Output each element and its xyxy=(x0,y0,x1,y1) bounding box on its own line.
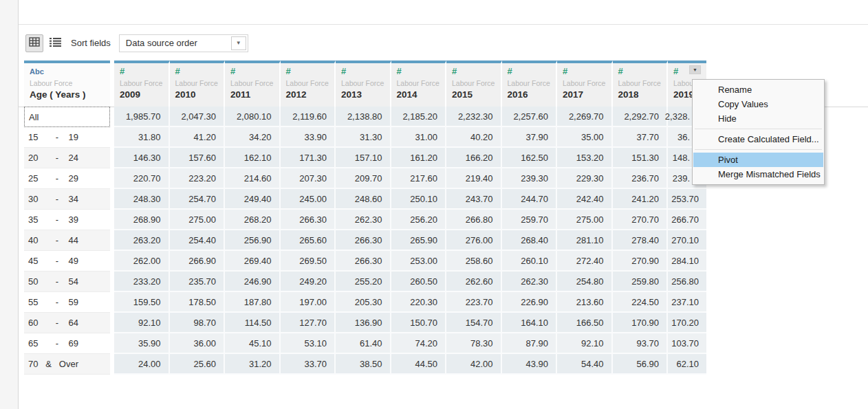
value-cell[interactable]: 154.70 xyxy=(446,313,502,333)
value-cell[interactable]: 166.50 xyxy=(557,313,613,333)
value-cell[interactable]: 162.50 xyxy=(502,148,558,168)
column-header-2018[interactable]: #Labour Force2018 xyxy=(613,60,669,107)
value-cell[interactable]: 162.10 xyxy=(225,148,281,168)
value-cell[interactable]: 33.90 xyxy=(281,127,336,148)
value-cell[interactable]: 33.70 xyxy=(281,354,336,375)
value-cell[interactable]: 268.40 xyxy=(502,230,558,251)
column-header-2016[interactable]: #Labour Force2016 xyxy=(502,60,558,107)
value-cell[interactable]: 250.10 xyxy=(391,189,447,210)
value-cell[interactable]: 266.30 xyxy=(336,230,391,251)
value-cell[interactable]: 266.30 xyxy=(336,251,391,272)
value-cell[interactable]: 276.00 xyxy=(446,230,502,251)
value-cell[interactable]: 235.70 xyxy=(170,272,226,292)
value-cell[interactable]: 281.10 xyxy=(557,230,613,251)
menu-item-merge-mismatched-fields[interactable]: Merge Mismatched Fields xyxy=(693,167,823,181)
value-cell[interactable]: 269.40 xyxy=(225,251,281,272)
sort-order-select[interactable]: Data source order ▼ xyxy=(119,34,248,52)
value-cell[interactable]: 166.20 xyxy=(446,148,502,168)
value-cell[interactable]: 275.00 xyxy=(170,210,226,230)
value-cell[interactable]: 246.90 xyxy=(225,272,281,292)
value-cell[interactable]: 249.40 xyxy=(225,189,281,210)
value-cell[interactable]: 262.00 xyxy=(114,251,170,272)
value-cell[interactable]: 256.80 xyxy=(668,272,706,292)
value-cell[interactable]: 114.50 xyxy=(225,313,281,333)
value-cell[interactable]: 239.30 xyxy=(502,168,558,189)
value-cell[interactable]: 36.00 xyxy=(170,333,226,354)
value-cell[interactable]: 170.20 xyxy=(668,313,706,333)
value-cell[interactable]: 74.20 xyxy=(391,333,447,354)
value-cell[interactable]: 164.10 xyxy=(502,313,558,333)
value-cell[interactable]: 266.70 xyxy=(668,210,706,230)
value-cell[interactable]: 205.30 xyxy=(336,292,391,313)
value-cell[interactable]: 98.70 xyxy=(170,313,226,333)
value-cell[interactable]: 171.30 xyxy=(281,148,336,168)
value-cell[interactable]: 157.10 xyxy=(336,148,391,168)
value-cell[interactable]: 213.60 xyxy=(557,292,613,313)
value-cell[interactable]: 224.50 xyxy=(613,292,669,313)
value-cell[interactable]: 254.80 xyxy=(557,272,613,292)
value-cell[interactable]: 2,080.10 xyxy=(225,107,281,127)
value-cell[interactable]: 243.70 xyxy=(446,189,502,210)
value-cell[interactable]: 41.20 xyxy=(170,127,226,148)
value-cell[interactable]: 275.00 xyxy=(557,210,613,230)
value-cell[interactable]: 2,138.80 xyxy=(336,107,391,127)
value-cell[interactable]: 253.70 xyxy=(668,189,706,210)
value-cell[interactable]: 258.60 xyxy=(446,251,502,272)
value-cell[interactable]: 44.50 xyxy=(391,354,447,375)
grid-view-button[interactable] xyxy=(25,34,43,52)
value-cell[interactable]: 34.20 xyxy=(225,127,281,148)
field-menu-button[interactable]: ▼ xyxy=(689,65,701,74)
value-cell[interactable]: 1,985.70 xyxy=(114,107,170,127)
value-cell[interactable]: 35.00 xyxy=(557,127,613,148)
value-cell[interactable]: 270.70 xyxy=(613,210,669,230)
value-cell[interactable]: 43.90 xyxy=(502,354,558,375)
row-label-cell[interactable]: 70 & Over xyxy=(24,354,110,375)
menu-item-pivot[interactable]: Pivot xyxy=(693,153,823,167)
column-header-2015[interactable]: #Labour Force2015 xyxy=(446,60,502,107)
value-cell[interactable]: 2,119.60 xyxy=(281,107,336,127)
value-cell[interactable]: 92.10 xyxy=(557,333,613,354)
value-cell[interactable]: 37.90 xyxy=(502,127,558,148)
row-label-cell[interactable]: 60 - 64 xyxy=(24,313,110,333)
value-cell[interactable]: 187.80 xyxy=(225,292,281,313)
menu-item-copy-values[interactable]: Copy Values xyxy=(693,97,823,111)
value-cell[interactable]: 78.30 xyxy=(446,333,502,354)
value-cell[interactable]: 270.90 xyxy=(613,251,669,272)
value-cell[interactable]: 38.50 xyxy=(336,354,391,375)
value-cell[interactable]: 87.90 xyxy=(502,333,558,354)
value-cell[interactable]: 260.10 xyxy=(502,251,558,272)
value-cell[interactable]: 31.30 xyxy=(336,127,391,148)
row-label-cell[interactable]: 30 - 34 xyxy=(24,189,110,210)
row-label-cell[interactable]: 25 - 29 xyxy=(24,168,110,189)
value-cell[interactable]: 42.00 xyxy=(446,354,502,375)
chevron-down-icon[interactable]: ▼ xyxy=(231,36,246,50)
value-cell[interactable]: 150.70 xyxy=(391,313,447,333)
value-cell[interactable]: 268.90 xyxy=(114,210,170,230)
value-cell[interactable]: 266.30 xyxy=(281,210,336,230)
column-header-2014[interactable]: #Labour Force2014 xyxy=(391,60,447,107)
value-cell[interactable]: 237.10 xyxy=(668,292,706,313)
value-cell[interactable]: 262.30 xyxy=(336,210,391,230)
value-cell[interactable]: 262.30 xyxy=(502,272,558,292)
value-cell[interactable]: 263.20 xyxy=(114,230,170,251)
value-cell[interactable]: 254.40 xyxy=(170,230,226,251)
value-cell[interactable]: 53.10 xyxy=(281,333,336,354)
value-cell[interactable]: 278.40 xyxy=(613,230,669,251)
value-cell[interactable]: 269.50 xyxy=(281,251,336,272)
value-cell[interactable]: 214.60 xyxy=(225,168,281,189)
value-cell[interactable]: 244.70 xyxy=(502,189,558,210)
value-cell[interactable]: 31.00 xyxy=(391,127,447,148)
value-cell[interactable]: 236.70 xyxy=(613,168,669,189)
value-cell[interactable]: 284.10 xyxy=(668,251,706,272)
value-cell[interactable]: 2,257.60 xyxy=(502,107,558,127)
value-cell[interactable]: 256.20 xyxy=(391,210,447,230)
value-cell[interactable]: 270.10 xyxy=(668,230,706,251)
value-cell[interactable]: 40.20 xyxy=(446,127,502,148)
value-cell[interactable]: 35.90 xyxy=(114,333,170,354)
value-cell[interactable]: 170.90 xyxy=(613,313,669,333)
value-cell[interactable]: 31.20 xyxy=(225,354,281,375)
value-cell[interactable]: 220.70 xyxy=(114,168,170,189)
column-header-2012[interactable]: #Labour Force2012 xyxy=(281,60,336,107)
value-cell[interactable]: 266.90 xyxy=(170,251,226,272)
value-cell[interactable]: 2,047.30 xyxy=(170,107,226,127)
